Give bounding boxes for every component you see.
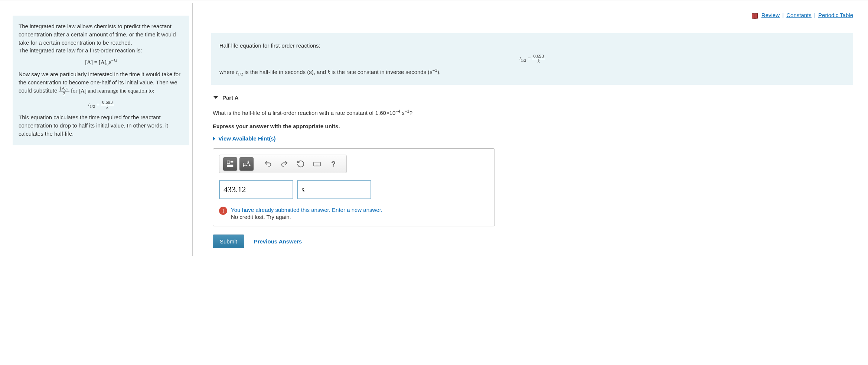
templates-button[interactable] xyxy=(223,157,237,171)
feedback-message: ! You have already submitted this answer… xyxy=(219,206,489,220)
part-a-title: Part A xyxy=(222,94,239,101)
intro-panel: The integrated rate law allows chemists … xyxy=(13,16,189,145)
templates-icon xyxy=(226,160,234,168)
svg-rect-0 xyxy=(227,161,230,164)
value-input[interactable] xyxy=(219,180,293,199)
warning-icon: ! xyxy=(219,207,227,215)
symbols-icon: μÅ xyxy=(242,160,250,168)
svg-rect-2 xyxy=(227,165,234,167)
symbols-button[interactable]: μÅ xyxy=(239,157,254,171)
question-text: What is the half-life of a first-order r… xyxy=(213,109,853,117)
halflife-box: Half-life equation for first-order react… xyxy=(211,33,853,85)
reset-icon xyxy=(297,160,305,168)
book-icon xyxy=(752,13,758,18)
undo-button[interactable] xyxy=(261,157,275,171)
reset-button[interactable] xyxy=(294,157,308,171)
feedback-line2: No credit lost. Try again. xyxy=(231,214,382,220)
chevron-down-icon xyxy=(213,96,218,99)
help-icon: ? xyxy=(331,160,336,168)
formula-toolbar: μÅ ? xyxy=(219,155,347,173)
view-hints-toggle[interactable]: View Available Hint(s) xyxy=(211,135,853,142)
halflife-desc: where t1/2 is the half-life in seconds (… xyxy=(219,68,845,77)
previous-answers-link[interactable]: Previous Answers xyxy=(254,238,302,245)
top-links: Review | Constants | Periodic Table xyxy=(211,12,853,18)
intro-p3: Now say we are particularly interested i… xyxy=(19,70,183,96)
intro-p1: The integrated rate law allows chemists … xyxy=(19,22,183,46)
periodic-table-link[interactable]: Periodic Table xyxy=(818,12,853,18)
equation-half-life: t1/2 = 0.693k xyxy=(219,54,845,64)
review-link[interactable]: Review xyxy=(761,12,780,18)
feedback-line1: You have already submitted this answer. … xyxy=(231,206,382,214)
unit-input[interactable] xyxy=(297,180,371,199)
halflife-heading: Half-life equation for first-order react… xyxy=(219,41,845,50)
equation-half-life-derived: t1/2 = 0.693k xyxy=(19,100,183,110)
vertical-divider xyxy=(192,3,193,256)
undo-icon xyxy=(264,160,272,168)
keyboard-icon xyxy=(313,160,321,168)
redo-icon xyxy=(280,160,288,168)
help-button[interactable]: ? xyxy=(326,157,340,171)
svg-rect-1 xyxy=(231,161,233,163)
equation-integrated-rate-law: [A] = [A]0e−kt xyxy=(19,58,183,67)
hints-label: View Available Hint(s) xyxy=(218,135,276,142)
svg-rect-3 xyxy=(314,162,320,166)
constants-link[interactable]: Constants xyxy=(786,12,812,18)
keyboard-button[interactable] xyxy=(310,157,324,171)
chevron-right-icon xyxy=(213,136,215,141)
intro-p4: This equation calculates the time requir… xyxy=(19,113,183,138)
answer-instruction: Express your answer with the appropriate… xyxy=(211,123,853,129)
submit-button[interactable]: Submit xyxy=(213,235,244,248)
intro-p2: The integrated rate law for a first-orde… xyxy=(19,46,183,55)
redo-button[interactable] xyxy=(277,157,291,171)
part-a-toggle[interactable]: Part A xyxy=(211,94,853,101)
answer-area: μÅ ? xyxy=(213,148,495,226)
